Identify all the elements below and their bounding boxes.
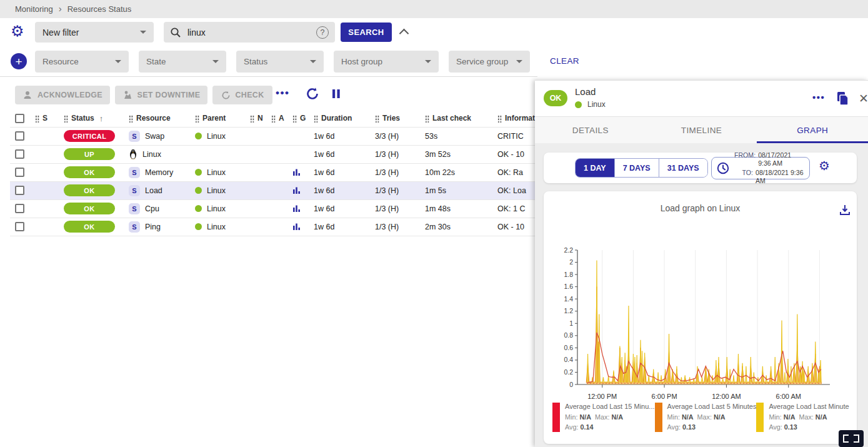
set-downtime-button[interactable]: SET DOWNTIME	[115, 86, 207, 104]
table-row[interactable]: OKSCpuLinux1w 6d1/3 (H)1m 48sOK: 1 C	[10, 199, 597, 218]
refresh-icon[interactable]	[306, 87, 319, 101]
filter-select-status[interactable]: Status	[236, 51, 324, 73]
column-header-severity[interactable]: S	[42, 114, 47, 123]
row-checkbox[interactable]	[15, 168, 24, 177]
resource-name[interactable]: Load	[145, 186, 162, 195]
set-downtime-label: SET DOWNTIME	[137, 91, 201, 99]
table-row[interactable]: OKSLoadLinux1w 6d1/3 (H)1m 5sOK: Loa	[10, 181, 597, 199]
graph-icon[interactable]	[292, 223, 301, 231]
parent-name[interactable]: Linux	[207, 186, 226, 195]
row-checkbox[interactable]	[15, 204, 24, 213]
resource-name[interactable]: Memory	[145, 168, 173, 177]
breadcrumb-item-resources-status[interactable]: Resources Status	[67, 4, 132, 14]
column-header-graph[interactable]: G	[300, 114, 306, 123]
graph-settings-gear-icon[interactable]: ⚙	[819, 159, 830, 172]
column-header-status[interactable]: Status	[71, 114, 94, 123]
search-button[interactable]: SEARCH	[341, 23, 392, 42]
column-drag-handle[interactable]	[375, 114, 379, 123]
breadcrumb-item-monitoring[interactable]: Monitoring	[15, 4, 53, 14]
copy-link-icon[interactable]	[836, 91, 850, 106]
fullscreen-icon[interactable]	[839, 430, 864, 447]
parent-name[interactable]: Linux	[207, 204, 226, 213]
sort-asc-icon[interactable]: ↑	[99, 114, 104, 123]
filter-settings-gear-icon[interactable]: ⚙	[11, 24, 24, 39]
pause-icon[interactable]	[331, 88, 342, 99]
acknowledge-button[interactable]: ACKNOWLEDGE	[15, 86, 110, 104]
resource-name[interactable]: Swap	[145, 132, 164, 141]
column-header-action[interactable]: A	[279, 114, 284, 123]
table-row[interactable]: OKSPingLinux1w 6d1/3 (H)2m 30sOK - 10	[10, 218, 597, 236]
column-header-last-check[interactable]: Last check	[432, 114, 471, 123]
row-checkbox[interactable]	[15, 131, 24, 141]
tab-timeline[interactable]: TIMELINE	[646, 117, 757, 143]
column-drag-handle[interactable]	[35, 114, 39, 123]
column-drag-handle[interactable]	[425, 114, 429, 123]
graph-icon[interactable]	[292, 204, 301, 213]
more-actions-icon[interactable]: •••	[276, 87, 289, 99]
time-range-1-day-button[interactable]: 1 DAY	[576, 159, 614, 177]
tab-graph[interactable]: GRAPH	[757, 117, 868, 143]
search-input[interactable]	[187, 28, 316, 38]
time-range-31-days-button[interactable]: 31 DAYS	[659, 159, 707, 177]
resource-name[interactable]: Ping	[145, 223, 161, 231]
legend-item-load1[interactable]: Average Load Last Minute Min: N/A Max: N…	[756, 401, 852, 432]
panel-more-actions-icon[interactable]: •••	[812, 92, 825, 103]
column-header-tries[interactable]: Tries	[382, 114, 400, 123]
notes-cell	[250, 199, 271, 218]
load-chart[interactable]: 00.20.40.60.811.21.41.61.822.212:00 PM6:…	[547, 243, 841, 404]
collapse-filters-chevron-icon[interactable]	[399, 29, 409, 39]
search-help-icon[interactable]: ?	[316, 26, 329, 39]
legend-item-load5[interactable]: Average Load Last 5 Minutes Min: N/A Max…	[655, 401, 757, 432]
select-all-checkbox[interactable]	[15, 114, 24, 123]
time-range-7-days-button[interactable]: 7 DAYS	[614, 159, 659, 177]
filter-select-host-group[interactable]: Host group	[334, 51, 439, 73]
check-button[interactable]: CHECK	[212, 86, 272, 104]
clear-filters-button[interactable]: CLEAR	[550, 56, 579, 66]
column-header-parent[interactable]: Parent	[202, 114, 226, 123]
column-header-resource[interactable]: Resource	[136, 114, 171, 123]
svg-text:2: 2	[569, 258, 573, 266]
resource-name[interactable]: Linux	[142, 150, 161, 159]
column-drag-handle[interactable]	[314, 114, 318, 123]
parent-name[interactable]: Linux	[207, 223, 226, 231]
column-drag-handle[interactable]	[195, 114, 199, 123]
column-header-duration[interactable]: Duration	[321, 114, 352, 123]
svg-text:6:00 AM: 6:00 AM	[776, 393, 801, 400]
panel-tabs: DETAILS TIMELINE GRAPH	[535, 116, 868, 143]
filter-select-service-group[interactable]: Service group	[449, 51, 530, 73]
tab-details[interactable]: DETAILS	[535, 117, 646, 143]
legend-item-load15[interactable]: Average Load Last 15 Minu... Min: N/A Ma…	[552, 401, 655, 432]
notes-cell	[250, 145, 271, 163]
svg-text:1.6: 1.6	[564, 283, 573, 290]
parent-name[interactable]: Linux	[207, 168, 226, 177]
row-checkbox[interactable]	[15, 186, 24, 195]
graph-icon[interactable]	[292, 168, 301, 176]
column-drag-handle[interactable]	[271, 114, 276, 123]
row-checkbox[interactable]	[15, 222, 24, 231]
table-row[interactable]: OKSMemoryLinux1w 6d1/3 (H)10m 22sOK: Ra	[10, 163, 597, 181]
column-drag-handle[interactable]	[250, 114, 254, 123]
filter-select-resource[interactable]: Resource	[35, 51, 129, 73]
close-panel-icon[interactable]: ✕	[859, 91, 868, 106]
row-checkbox[interactable]	[15, 149, 24, 159]
export-graph-icon[interactable]	[839, 204, 851, 216]
resource-name[interactable]: Cpu	[145, 204, 159, 213]
svg-text:1: 1	[569, 319, 573, 327]
chevron-down-icon	[310, 60, 316, 63]
table-row[interactable]: UPLinux1w 6d1/3 (H)3m 52sOK - 10	[10, 145, 597, 163]
panel-parent-label: Linux	[587, 100, 606, 109]
table-row[interactable]: CRITICALSSwapLinux1w 6d3/3 (H)53sCRITIC	[10, 127, 597, 145]
column-drag-handle[interactable]	[497, 114, 502, 123]
filter-select-state[interactable]: State	[139, 51, 226, 73]
search-box[interactable]: ?	[164, 22, 335, 43]
column-drag-handle[interactable]	[129, 114, 133, 123]
column-drag-handle[interactable]	[292, 114, 297, 123]
custom-date-range-picker[interactable]: FROM:08/17/2021 9:36 AM TO:08/18/2021 9:…	[711, 157, 810, 179]
duration-cell: 1w 6d	[314, 163, 375, 181]
add-filter-button[interactable]: +	[11, 53, 27, 69]
column-header-notes[interactable]: N	[257, 114, 263, 123]
column-drag-handle[interactable]	[64, 114, 68, 123]
filter-preset-select[interactable]: New filter	[35, 22, 154, 43]
parent-name[interactable]: Linux	[207, 132, 226, 141]
graph-icon[interactable]	[292, 186, 301, 194]
